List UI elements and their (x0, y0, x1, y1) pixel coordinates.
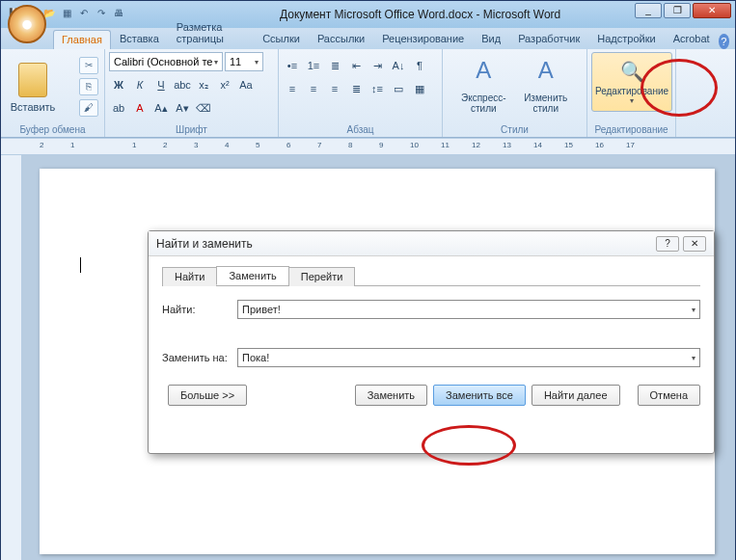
redo-icon[interactable]: ↷ (95, 8, 108, 21)
tab-view[interactable]: Вид (473, 29, 509, 49)
multilevel-icon[interactable]: ≣ (325, 56, 344, 75)
tab-replace[interactable]: Заменить (216, 266, 288, 285)
find-next-button[interactable]: Найти далее (532, 385, 620, 406)
dialog-titlebar[interactable]: Найти и заменить ? ✕ (149, 231, 714, 256)
tab-find[interactable]: Найти (162, 267, 217, 286)
copy-icon[interactable]: ⎘ (79, 78, 98, 95)
more-button[interactable]: Больше >> (168, 385, 247, 406)
editing-button[interactable]: 🔍 Редактирование ▾ (591, 52, 672, 112)
undo-icon[interactable]: ↶ (77, 8, 91, 21)
change-styles-icon: A (530, 57, 562, 90)
clipboard-icon (18, 63, 47, 97)
superscript-icon[interactable]: x² (215, 75, 234, 94)
styles-gallery-icon: A (467, 57, 500, 90)
strike-icon[interactable]: abc (173, 75, 192, 94)
font-name-combo[interactable]: Calibri (Основной те▾ (109, 52, 223, 71)
paste-button[interactable]: Вставить (5, 52, 61, 123)
cut-icon[interactable]: ✂ (79, 57, 98, 74)
paste-label: Вставить (11, 101, 56, 113)
indent-inc-icon[interactable]: ⇥ (368, 56, 387, 75)
indent-dec-icon[interactable]: ⇤ (346, 56, 366, 75)
title-bar: 💾 ▫ 📂 ▦ ↶ ↷ 🖶 Документ Microsoft Office … (1, 1, 735, 28)
bold-icon[interactable]: Ж (109, 75, 128, 94)
line-spacing-icon[interactable]: ↕≡ (368, 79, 387, 98)
tab-layout[interactable]: Разметка страницы (168, 17, 254, 49)
format-painter-icon[interactable]: 🖌 (79, 99, 98, 117)
ruler-tick: 7 (317, 141, 321, 149)
chevron-down-icon[interactable]: ▾ (692, 354, 695, 362)
cancel-button[interactable]: Отмена (638, 385, 700, 406)
tab-review[interactable]: Рецензирование (373, 29, 473, 49)
align-right-icon[interactable]: ≡ (325, 79, 344, 98)
tab-home[interactable]: Главная (53, 30, 111, 49)
tab-references[interactable]: Ссылки (254, 29, 309, 49)
find-input[interactable]: Привет! ▾ (237, 300, 700, 319)
justify-icon[interactable]: ≣ (346, 79, 366, 98)
show-marks-icon[interactable]: ¶ (410, 56, 429, 75)
group-label-font: Шрифт (105, 124, 278, 135)
close-button[interactable]: ✕ (693, 3, 731, 18)
ruler-tick: 17 (626, 141, 635, 149)
editing-label: Редактирование (595, 86, 668, 96)
italic-icon[interactable]: К (130, 75, 150, 94)
minimize-button[interactable]: _ (635, 3, 662, 18)
dialog-close-button[interactable]: ✕ (683, 236, 706, 252)
dialog-help-button[interactable]: ? (656, 236, 679, 252)
print-icon[interactable]: 🖶 (112, 8, 125, 21)
ruler-tick: 5 (256, 141, 259, 149)
ribbon: Вставить ✂ ⎘ 🖌 Буфер обмена Calibri (Осн… (1, 49, 735, 138)
align-center-icon[interactable]: ≡ (304, 79, 323, 98)
numbering-icon[interactable]: 1≡ (304, 56, 323, 75)
ruler-tick: 15 (564, 141, 573, 149)
tab-developer[interactable]: Разработчик (509, 29, 588, 49)
vertical-ruler[interactable] (1, 155, 22, 560)
tab-goto[interactable]: Перейти (288, 267, 356, 286)
change-case-icon[interactable]: Aa (236, 75, 256, 94)
align-left-icon[interactable]: ≡ (283, 79, 302, 98)
replace-input[interactable]: Пока! ▾ (237, 348, 700, 367)
bullets-icon[interactable]: •≡ (283, 56, 302, 75)
ruler-tick: 11 (441, 141, 450, 149)
quickprint-icon[interactable]: ▦ (60, 8, 73, 21)
office-button[interactable]: ⬤ (8, 5, 46, 43)
tab-addins[interactable]: Надстройки (588, 29, 664, 49)
ruler-tick: 4 (225, 141, 229, 149)
ruler-tick: 16 (595, 141, 604, 149)
shading-icon[interactable]: ▭ (389, 79, 408, 98)
replace-button[interactable]: Заменить (355, 385, 427, 406)
change-styles-label: Изменить стили (524, 93, 567, 114)
chevron-down-icon: ▾ (255, 58, 259, 67)
quick-styles-button[interactable]: A Экспресс-стили (454, 52, 512, 112)
font-color-icon[interactable]: A (130, 98, 150, 118)
subscript-icon[interactable]: x₂ (194, 75, 213, 94)
group-label-paragraph: Абзац (279, 124, 442, 135)
chevron-down-icon: ▾ (214, 58, 218, 67)
sort-icon[interactable]: A↓ (389, 56, 408, 75)
tab-acrobat[interactable]: Acrobat (665, 29, 719, 49)
ruler-tick: 2 (40, 141, 43, 149)
tab-mailings[interactable]: Рассылки (309, 29, 373, 49)
ruler-tick: 6 (286, 141, 290, 149)
shrink-font-icon[interactable]: A▾ (173, 98, 192, 118)
font-size-combo[interactable]: 11▾ (225, 52, 263, 71)
ruler-tick: 3 (194, 141, 198, 149)
group-label-clipboard: Буфер обмена (1, 124, 104, 135)
borders-icon[interactable]: ▦ (410, 79, 429, 98)
dialog-tabs: Найти Заменить Перейти (162, 266, 700, 286)
quick-styles-label: Экспресс-стили (461, 93, 506, 114)
chevron-down-icon[interactable]: ▾ (692, 306, 695, 314)
app-window: ⬤ 💾 ▫ 📂 ▦ ↶ ↷ 🖶 Документ Microsoft Offic… (0, 0, 736, 560)
window-title: Документ Microsoft Office Word.docx - Mi… (280, 8, 560, 21)
horizontal-ruler[interactable]: 2 1 1 2 3 4 5 6 7 8 9 10 11 12 13 14 15 … (1, 138, 735, 155)
group-clipboard: Вставить ✂ ⎘ 🖌 Буфер обмена (1, 49, 105, 137)
tab-insert[interactable]: Вставка (111, 29, 168, 49)
underline-icon[interactable]: Ч (151, 75, 171, 94)
restore-button[interactable]: ❐ (664, 3, 691, 18)
replace-input-value: Пока! (242, 352, 269, 363)
clear-format-icon[interactable]: ⌫ (194, 98, 213, 118)
highlight-icon[interactable]: ab (109, 98, 128, 118)
replace-all-button[interactable]: Заменить все (433, 385, 526, 406)
help-icon[interactable]: ? (719, 34, 729, 49)
grow-font-icon[interactable]: A▴ (151, 98, 171, 118)
change-styles-button[interactable]: A Изменить стили (517, 52, 575, 112)
